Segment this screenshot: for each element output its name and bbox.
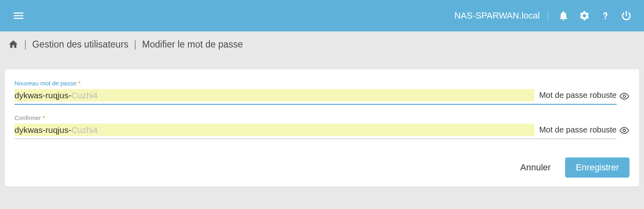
confirm-password-input[interactable]: dykwas-ruqjus-Cuzhi4 Mot de passe robust… [14, 122, 617, 139]
breadcrumb-user-management[interactable]: Gestion des utilisateurs [32, 39, 128, 50]
new-password-input[interactable]: dykwas-ruqjus-Cuzhi4 Mot de passe robust… [14, 87, 617, 105]
svg-point-2 [623, 129, 626, 132]
svg-point-1 [623, 95, 626, 97]
password-strength-label: Mot de passe robuste [539, 125, 617, 135]
app-header: NAS-SPARWAN.local [0, 0, 644, 31]
help-icon[interactable] [600, 10, 611, 21]
password-strength-label: Mot de passe robuste [539, 91, 617, 100]
breadcrumb-separator: | [24, 39, 27, 50]
new-password-field: Nouveau mot de passe * dykwas-ruqjus-Cuz… [14, 80, 630, 105]
eye-icon[interactable] [619, 91, 630, 101]
breadcrumb-change-password: Modifier le mot de passe [142, 39, 243, 50]
form-card: Nouveau mot de passe * dykwas-ruqjus-Cuz… [5, 69, 639, 186]
svg-point-0 [605, 18, 605, 19]
breadcrumb-separator: | [134, 39, 136, 50]
confirm-password-field: Confirmer * dykwas-ruqjus-Cuzhi4 Mot de … [14, 114, 630, 139]
confirm-password-label: Confirmer * [14, 114, 630, 121]
bell-icon[interactable] [558, 10, 569, 21]
new-password-label: Nouveau mot de passe * [14, 80, 630, 87]
eye-icon[interactable] [619, 125, 630, 136]
menu-icon[interactable] [12, 9, 25, 22]
form-actions: Annuler Enregistrer [14, 157, 630, 178]
save-button[interactable]: Enregistrer [565, 157, 630, 178]
cancel-button[interactable]: Annuler [517, 158, 554, 177]
breadcrumb: | Gestion des utilisateurs | Modifier le… [0, 31, 644, 57]
power-icon[interactable] [621, 10, 632, 21]
gear-icon[interactable] [579, 10, 590, 21]
home-icon[interactable] [8, 39, 19, 50]
hostname-label: NAS-SPARWAN.local [454, 10, 548, 21]
